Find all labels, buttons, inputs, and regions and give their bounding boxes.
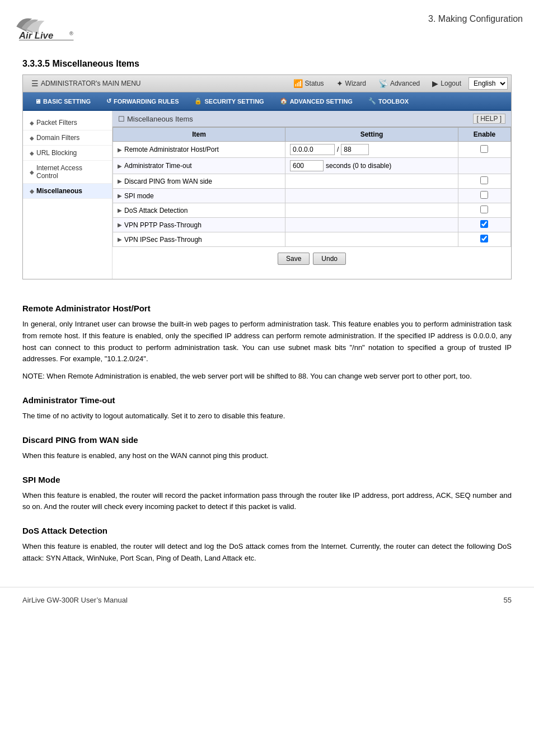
col-item: Item	[113, 128, 285, 142]
row-arrow-icon: ▶	[118, 178, 122, 184]
remote-admin-port-input[interactable]	[341, 144, 369, 155]
nav-security-setting[interactable]: 🔒 SECURITY SETTING	[187, 95, 271, 108]
logout-icon: ▶	[432, 79, 438, 88]
section-admin-timeout-heading: Administrator Time-out	[22, 394, 512, 407]
sidebar-domain-label: Domain Filters	[36, 134, 79, 142]
language-select[interactable]: English	[469, 77, 508, 90]
second-nav: 🖥 BASIC SETTING ↺ FORWARDING RULES 🔒 SEC…	[23, 92, 511, 111]
row-setting-remote-admin: /	[285, 142, 458, 158]
sidebar-item-miscellaneous[interactable]: ◆ Miscellaneous	[23, 184, 112, 199]
help-link[interactable]: [ HELP ]	[473, 114, 505, 124]
spi-mode-checkbox[interactable]	[480, 191, 488, 199]
nav-wizard[interactable]: ✦ Wizard	[331, 77, 371, 90]
panel-title: ☐ Miscellaneous Items	[118, 115, 193, 123]
nav-logout[interactable]: ▶ Logout	[427, 77, 466, 90]
row-label-text: DoS Attack Detection	[124, 207, 188, 214]
sidebar-iac-label: Internet Access Control	[36, 164, 105, 180]
nav-status[interactable]: 📶 Status	[288, 77, 329, 90]
row-setting-discard-ping	[285, 174, 458, 189]
nav-logout-label: Logout	[441, 80, 461, 87]
vpn-ipsec-checkbox[interactable]	[480, 235, 488, 242]
col-enable: Enable	[458, 128, 510, 142]
nav-toolbox[interactable]: 🔧 TOOLBOX	[361, 95, 416, 108]
row-label-admin-timeout: ▶ Administrator Time-out	[113, 158, 285, 174]
row-enable-remote-admin	[458, 142, 510, 158]
content-area: ◆ Packet Filters ◆ Domain Filters ◆ URL …	[23, 111, 511, 279]
bullet-icon: ◆	[30, 135, 34, 141]
vpn-pptp-checkbox[interactable]	[480, 220, 488, 228]
row-label-text: Discard PING from WAN side	[124, 178, 212, 185]
forwarding-icon: ↺	[106, 97, 111, 105]
bullet-icon: ◆	[30, 120, 34, 126]
sidebar-item-packet-filters[interactable]: ◆ Packet Filters	[23, 115, 112, 130]
row-enable-dos	[458, 203, 510, 218]
nav-forwarding-label: FORWARDING RULES	[114, 98, 179, 105]
body-content: Remote Administrator Host/Port In genera…	[0, 279, 534, 581]
discard-ping-checkbox[interactable]	[480, 176, 488, 184]
sidebar-item-internet-access-control[interactable]: ◆ Internet Access Control	[23, 161, 112, 184]
nav-advanced-label: Advanced	[390, 80, 420, 87]
sidebar-item-url-blocking[interactable]: ◆ URL Blocking	[23, 146, 112, 161]
ui-container: ☰ ADMINISTRATOR's MAIN MENU 📶 Status ✦ W…	[22, 74, 512, 279]
footer-page-number: 55	[504, 596, 512, 604]
section-remote-admin-para2: NOTE: When Remote Administration is enab…	[22, 371, 512, 382]
timeout-suffix: seconds (0 to disable)	[326, 162, 391, 170]
row-enable-discard-ping	[458, 174, 510, 189]
btn-row: Save Undo	[113, 247, 511, 270]
row-arrow-icon: ▶	[118, 163, 122, 169]
nav-advanced[interactable]: 📡 Advanced	[373, 77, 425, 90]
table-row: ▶ Discard PING from WAN side	[113, 174, 511, 189]
table-row: ▶ VPN PPTP Pass-Through	[113, 218, 511, 232]
dos-checkbox[interactable]	[480, 206, 488, 213]
admin-icon: ☰	[31, 79, 39, 88]
basic-setting-icon: 🖥	[35, 98, 41, 105]
sidebar-item-domain-filters[interactable]: ◆ Domain Filters	[23, 130, 112, 146]
toolbox-icon: 🔧	[368, 97, 376, 105]
sidebar: ◆ Packet Filters ◆ Domain Filters ◆ URL …	[23, 111, 113, 279]
table-row: ▶ VPN IPSec Pass-Through	[113, 232, 511, 247]
page-header: Air Live ® 3. Making Configuration	[0, 0, 534, 50]
page-footer: AirLive GW-300R User’s Manual 55	[0, 587, 534, 613]
admin-timeout-input[interactable]	[290, 160, 324, 171]
table-row: ▶ SPI mode	[113, 189, 511, 203]
section-spi-mode-heading: SPI Mode	[22, 473, 512, 487]
panel-header: ☐ Miscellaneous Items [ HELP ]	[113, 111, 511, 127]
advanced-setting-icon: 🏠	[280, 97, 288, 105]
table-row: ▶ Administrator Time-out seconds (0 to d…	[113, 158, 511, 174]
row-arrow-icon: ▶	[118, 222, 122, 228]
row-enable-spi-mode	[458, 189, 510, 203]
table-row: ▶ DoS Attack Detection	[113, 203, 511, 218]
row-arrow-icon: ▶	[118, 207, 122, 213]
nav-advanced-setting[interactable]: 🏠 ADVANCED SETTING	[273, 95, 360, 108]
section-heading: 3.3.3.5 Miscellaneous Items	[0, 50, 534, 74]
remote-admin-checkbox[interactable]	[480, 145, 488, 153]
row-arrow-icon: ▶	[118, 236, 122, 242]
row-arrow-icon: ▶	[118, 147, 122, 153]
undo-button[interactable]: Undo	[313, 253, 346, 265]
advanced-icon: 📡	[378, 79, 388, 88]
section-spi-mode-para: When this feature is enabled, the router…	[22, 490, 512, 514]
nav-basic-label: BASIC SETTING	[43, 98, 91, 105]
bullet-icon: ◆	[30, 150, 34, 156]
row-enable-vpn-pptp	[458, 218, 510, 232]
svg-text:Air Live: Air Live	[18, 30, 53, 41]
nav-forwarding-rules[interactable]: ↺ FORWARDING RULES	[99, 95, 186, 108]
security-icon: 🔒	[194, 97, 202, 105]
section-dos-heading: DoS Attack Detection	[22, 524, 512, 538]
table-row: ▶ Remote Administrator Host/Port /	[113, 142, 511, 158]
sidebar-packet-label: Packet Filters	[36, 119, 77, 127]
row-label-vpn-pptp: ▶ VPN PPTP Pass-Through	[113, 218, 285, 232]
footer-manual-title: AirLive GW-300R User’s Manual	[22, 596, 128, 604]
wizard-icon: ✦	[336, 79, 343, 88]
save-button[interactable]: Save	[278, 253, 310, 265]
nav-admin-menu[interactable]: ☰ ADMINISTRATOR's MAIN MENU	[26, 77, 146, 90]
row-label-dos: ▶ DoS Attack Detection	[113, 203, 285, 218]
row-label-discard-ping: ▶ Discard PING from WAN side	[113, 174, 285, 189]
row-label-text: VPN IPSec Pass-Through	[124, 236, 202, 244]
remote-admin-ip-input[interactable]	[290, 144, 335, 155]
nav-basic-setting[interactable]: 🖥 BASIC SETTING	[27, 95, 98, 108]
row-label-remote-admin: ▶ Remote Administrator Host/Port	[113, 142, 285, 158]
nav-admin-label: ADMINISTRATOR's MAIN MENU	[41, 80, 141, 87]
separator: /	[337, 146, 339, 153]
airlive-logo: Air Live ®	[11, 8, 84, 45]
